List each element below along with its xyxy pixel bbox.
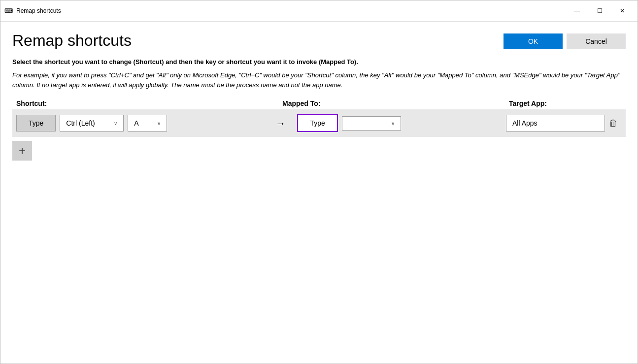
shortcut-section: Type Ctrl (Left) ∨ A ∨ bbox=[16, 115, 264, 132]
main-content: Remap shortcuts OK Cancel Select the sho… bbox=[0, 22, 638, 364]
window-controls: — ☐ ✕ bbox=[566, 3, 634, 18]
mapping-row: Type Ctrl (Left) ∨ A ∨ → Type ∨ bbox=[12, 109, 626, 137]
description-secondary: For example, if you want to press "Ctrl+… bbox=[12, 70, 626, 90]
minimize-button[interactable]: — bbox=[566, 3, 588, 18]
header-row: Remap shortcuts OK Cancel bbox=[12, 32, 626, 50]
columns-header: Shortcut: Mapped To: Target App: bbox=[12, 99, 626, 107]
target-section: 🗑 bbox=[506, 115, 622, 132]
column-mapped-label: Mapped To: bbox=[282, 99, 509, 107]
type-shortcut-button[interactable]: Type bbox=[16, 115, 56, 132]
shortcut-key2-value: A bbox=[134, 119, 138, 127]
page-title: Remap shortcuts bbox=[12, 32, 132, 50]
add-row-button[interactable]: + bbox=[12, 141, 32, 161]
column-target-label: Target App: bbox=[509, 99, 622, 107]
trash-icon: 🗑 bbox=[609, 118, 618, 128]
cancel-button[interactable]: Cancel bbox=[567, 33, 626, 49]
target-app-input[interactable] bbox=[506, 115, 605, 132]
shortcut-key2-dropdown[interactable]: A ∨ bbox=[128, 115, 167, 132]
arrow-separator: → bbox=[275, 118, 285, 129]
chevron-down-icon: ∨ bbox=[157, 121, 161, 126]
mapped-key-dropdown[interactable]: ∨ bbox=[342, 116, 401, 131]
delete-row-button[interactable]: 🗑 bbox=[605, 116, 622, 131]
title-bar: ⌨ Remap shortcuts — ☐ ✕ bbox=[0, 0, 638, 22]
column-shortcut-label: Shortcut: bbox=[16, 99, 282, 107]
header-buttons: OK Cancel bbox=[504, 33, 626, 49]
chevron-down-icon: ∨ bbox=[114, 121, 117, 126]
restore-button[interactable]: ☐ bbox=[588, 3, 611, 18]
chevron-down-icon: ∨ bbox=[391, 121, 395, 126]
shortcut-key1-dropdown[interactable]: Ctrl (Left) ∨ bbox=[60, 115, 124, 132]
ok-button[interactable]: OK bbox=[504, 33, 563, 49]
window-title: Remap shortcuts bbox=[16, 7, 566, 14]
shortcut-key1-value: Ctrl (Left) bbox=[66, 119, 95, 127]
close-button[interactable]: ✕ bbox=[611, 3, 634, 18]
description-primary: Select the shortcut you want to change (… bbox=[12, 58, 626, 66]
mapped-section: Type ∨ bbox=[297, 114, 502, 132]
main-window: ⌨ Remap shortcuts — ☐ ✕ Remap shortcuts … bbox=[0, 0, 638, 364]
type-mapped-button[interactable]: Type bbox=[297, 114, 337, 132]
app-icon: ⌨ bbox=[4, 7, 12, 15]
